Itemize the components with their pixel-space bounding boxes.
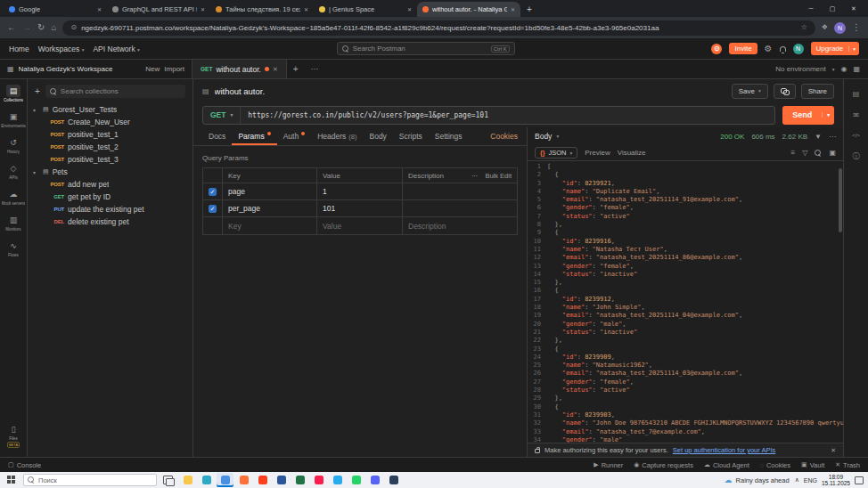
- browser-tab[interactable]: | Genius Space✕: [314, 2, 417, 17]
- postman-search-input[interactable]: Search Postman Ctrl K: [337, 42, 515, 55]
- collection-folder[interactable]: ▾▤Gorest_User_Tests: [28, 103, 192, 116]
- param-value-placeholder[interactable]: Value: [317, 217, 403, 234]
- param-key[interactable]: page: [223, 183, 317, 199]
- environment-selector[interactable]: No environment: [775, 65, 825, 73]
- extensions-icon[interactable]: ❖: [822, 23, 828, 32]
- request-item[interactable]: POSTpositive_test_1: [28, 128, 192, 141]
- response-options-icon[interactable]: ⋯: [829, 133, 836, 141]
- trash-button[interactable]: ✕Trash: [835, 461, 860, 469]
- share-button[interactable]: Share: [801, 84, 834, 99]
- tray-expand-icon[interactable]: ∧: [795, 476, 799, 484]
- forward-icon[interactable]: →: [22, 23, 31, 32]
- taskbar-app-explorer[interactable]: [179, 473, 196, 487]
- browser-tab[interactable]: Тайны следствия. 19 сезон, 1-...✕: [210, 2, 314, 17]
- environment-quicklook-icon[interactable]: ◉: [840, 65, 847, 73]
- rail-item-monitors[interactable]: ▥Monitors: [0, 214, 27, 232]
- taskbar-app-word[interactable]: [273, 473, 290, 487]
- param-checkbox[interactable]: ✓: [209, 205, 217, 213]
- request-tab-scripts[interactable]: Scripts: [393, 127, 429, 145]
- banner-link[interactable]: Set up authentication for your APIs: [673, 446, 776, 454]
- taskbar-app-firefox[interactable]: [235, 473, 252, 487]
- browser-tab[interactable]: without autor. - Nataliya Gedzyk✕: [417, 2, 520, 17]
- request-item[interactable]: POSTadd new pet: [28, 178, 192, 191]
- cookies-button[interactable]: ◌Cookies: [760, 461, 790, 469]
- rail-item-apis[interactable]: ◇APIs: [0, 162, 27, 180]
- param-description[interactable]: [403, 200, 517, 216]
- copy-link-button[interactable]: [774, 84, 796, 99]
- taskbar-search-input[interactable]: Поиск: [23, 474, 157, 486]
- collections-search-input[interactable]: Search collections: [45, 85, 185, 98]
- response-body-tab[interactable]: Body: [535, 132, 552, 141]
- tab-close-icon[interactable]: ✕: [201, 6, 205, 12]
- param-checkbox[interactable]: ✓: [209, 188, 217, 196]
- runner-button[interactable]: ▶Runner: [594, 461, 623, 469]
- workspaces-menu[interactable]: Workspaces ▾: [38, 45, 85, 53]
- format-selector[interactable]: {} JSON ▾: [535, 147, 577, 159]
- maximize-button[interactable]: ▢: [822, 2, 843, 15]
- request-tab-headers[interactable]: Headers(8): [311, 127, 363, 145]
- home-link[interactable]: Home: [9, 45, 29, 53]
- save-response-icon[interactable]: ▼: [815, 133, 822, 141]
- request-item[interactable]: POSTpositive_test_3: [28, 153, 192, 166]
- info-icon[interactable]: ⓘ: [853, 151, 860, 161]
- weather-widget[interactable]: ☁ Rainy days ahead: [725, 476, 790, 484]
- upgrade-caret-icon[interactable]: ▾: [848, 46, 859, 52]
- language-indicator[interactable]: ENG: [804, 477, 817, 484]
- method-selector[interactable]: GET ▾: [203, 107, 241, 124]
- search-response-icon[interactable]: [815, 150, 822, 157]
- comments-icon[interactable]: ✉: [853, 111, 859, 119]
- banner-close-icon[interactable]: ✕: [831, 447, 836, 454]
- settings-gear-icon[interactable]: ⚙: [765, 44, 773, 53]
- taskbar-app-edge[interactable]: [198, 473, 215, 487]
- upgrade-button[interactable]: Upgrade ▾: [811, 42, 859, 55]
- taskbar-clock[interactable]: 18:09 15.11.2025: [822, 474, 850, 487]
- request-tab[interactable]: GET without autor. ✕: [192, 60, 287, 78]
- postman-avatar[interactable]: N: [793, 44, 804, 54]
- notifications-bell-icon[interactable]: [780, 46, 786, 52]
- params-more-icon[interactable]: ⋯: [471, 172, 479, 180]
- browser-tab[interactable]: GraphQL and REST API for Test...✕: [107, 2, 210, 17]
- new-button[interactable]: New: [145, 65, 160, 73]
- url-input[interactable]: https://gorest.co.in/public/v2/users?pag…: [241, 111, 774, 119]
- request-tab-auth[interactable]: Auth: [277, 127, 312, 145]
- start-button[interactable]: [3, 472, 20, 488]
- tab-close-icon[interactable]: ✕: [273, 66, 278, 73]
- back-icon[interactable]: ←: [7, 23, 16, 32]
- taskbar-app-opera[interactable]: [310, 473, 327, 487]
- rail-item-files[interactable]: ▯FilesBETA: [0, 423, 27, 448]
- refresh-icon[interactable]: ↻: [37, 23, 45, 32]
- close-button[interactable]: ✕: [843, 2, 864, 15]
- param-key[interactable]: per_page: [223, 200, 317, 216]
- request-item[interactable]: POSTCreate_New_User: [28, 116, 192, 128]
- rail-item-mock-servers[interactable]: ☁Mock servers: [0, 188, 27, 206]
- capture-requests-button[interactable]: ◉Capture requests: [634, 461, 693, 469]
- param-description-placeholder[interactable]: Description: [403, 217, 517, 234]
- api-network-menu[interactable]: API Network ▾: [93, 45, 139, 53]
- bulk-edit-button[interactable]: Bulk Edit: [485, 172, 512, 180]
- rail-item-history[interactable]: ↺History: [0, 136, 27, 154]
- param-description[interactable]: [403, 183, 517, 199]
- request-item[interactable]: PUTupdate the existing pet: [28, 203, 192, 216]
- send-button[interactable]: Send ▾: [782, 106, 834, 125]
- tab-options-icon[interactable]: ⋯: [305, 60, 324, 78]
- home-icon[interactable]: ⌂: [51, 23, 56, 32]
- request-tab-body[interactable]: Body: [363, 127, 392, 145]
- param-value[interactable]: 1: [317, 183, 403, 199]
- browser-menu-icon[interactable]: ⋮: [852, 23, 861, 32]
- request-item[interactable]: DELdelete existing pet: [28, 216, 192, 228]
- import-button[interactable]: Import: [164, 65, 184, 73]
- taskbar-app-chrome[interactable]: [217, 473, 233, 487]
- browser-tab[interactable]: Google✕: [4, 2, 107, 17]
- taskbar-app-discord[interactable]: [366, 473, 383, 487]
- save-button[interactable]: Save ▾: [732, 84, 768, 99]
- console-button[interactable]: ▢ Console: [8, 461, 41, 469]
- send-caret-icon[interactable]: ▾: [822, 112, 834, 118]
- documentation-icon[interactable]: ▤: [853, 90, 860, 98]
- add-collection-button[interactable]: +: [35, 86, 40, 96]
- visualize-tab[interactable]: Visualize: [618, 149, 646, 157]
- taskbar-app-yandex-browser[interactable]: [254, 473, 271, 487]
- tab-close-icon[interactable]: ✕: [407, 6, 412, 12]
- bookmark-star-icon[interactable]: ☆: [801, 23, 807, 32]
- vault-button[interactable]: ▣Vault: [801, 461, 824, 469]
- tab-close-icon[interactable]: ✕: [97, 6, 102, 12]
